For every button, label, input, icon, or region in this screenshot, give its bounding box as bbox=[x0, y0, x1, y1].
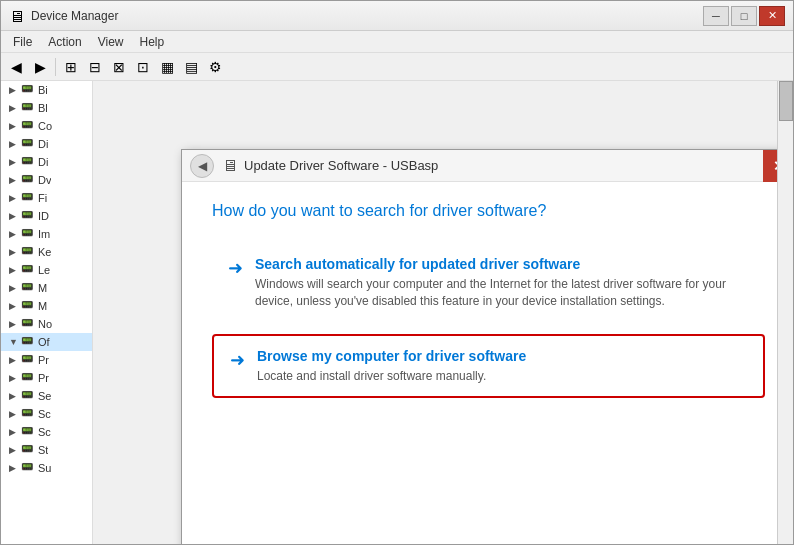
tree-arrow: ▶ bbox=[9, 121, 19, 131]
device-icon: 📟 bbox=[21, 245, 35, 259]
toolbar-btn-5[interactable]: ▦ bbox=[156, 56, 178, 78]
device-icon: 📟 bbox=[21, 227, 35, 241]
tree-item-pr1[interactable]: ▶ 📟 Pr bbox=[1, 351, 92, 369]
tree-label: Sc bbox=[38, 408, 51, 420]
window-title: Device Manager bbox=[31, 9, 118, 23]
tree-item-dv[interactable]: ▶ 📟 Dv bbox=[1, 171, 92, 189]
device-icon: 📟 bbox=[21, 281, 35, 295]
tree-label: Su bbox=[38, 462, 51, 474]
tree-label: Bi bbox=[38, 84, 48, 96]
tree-arrow: ▶ bbox=[9, 139, 19, 149]
main-window: 🖥 Device Manager ─ □ ✕ File Action View … bbox=[0, 0, 794, 545]
tree-label: Pr bbox=[38, 354, 49, 366]
device-icon: 📟 bbox=[21, 425, 35, 439]
tree-label: Ke bbox=[38, 246, 51, 258]
tree-arrow: ▶ bbox=[9, 265, 19, 275]
tree-item-sc1[interactable]: ▶ 📟 Sc bbox=[1, 405, 92, 423]
toolbar: ◀ ▶ ⊞ ⊟ ⊠ ⊡ ▦ ▤ ⚙ bbox=[1, 53, 793, 81]
option-title-manual: Browse my computer for driver software bbox=[257, 348, 747, 364]
toolbar-forward-btn[interactable]: ▶ bbox=[29, 56, 51, 78]
update-driver-dialog: ◀ 🖥 Update Driver Software - USBasp ✕ Ho… bbox=[181, 149, 793, 544]
tree-label: Sc bbox=[38, 426, 51, 438]
tree-label: Fi bbox=[38, 192, 47, 204]
tree-label: Di bbox=[38, 138, 48, 150]
toolbar-btn-3[interactable]: ⊠ bbox=[108, 56, 130, 78]
toolbar-btn-6[interactable]: ▤ bbox=[180, 56, 202, 78]
tree-item-fi[interactable]: ▶ 📟 Fi bbox=[1, 189, 92, 207]
tree-label: Of bbox=[38, 336, 50, 348]
tree-label: Pr bbox=[38, 372, 49, 384]
tree-label: Se bbox=[38, 390, 51, 402]
toolbar-btn-1[interactable]: ⊞ bbox=[60, 56, 82, 78]
minimize-button[interactable]: ─ bbox=[703, 6, 729, 26]
tree-item-m2[interactable]: ▶ 📟 M bbox=[1, 297, 92, 315]
option-auto-search[interactable]: ➜ Search automatically for updated drive… bbox=[212, 244, 765, 322]
tree-label: Dv bbox=[38, 174, 51, 186]
option-desc-auto: Windows will search your computer and th… bbox=[255, 276, 749, 310]
maximize-button[interactable]: □ bbox=[731, 6, 757, 26]
tree-item-pr2[interactable]: ▶ 📟 Pr bbox=[1, 369, 92, 387]
tree-arrow: ▼ bbox=[9, 337, 19, 347]
tree-item-of[interactable]: ▼ 📟 Of bbox=[1, 333, 92, 351]
tree-label: Bl bbox=[38, 102, 48, 114]
scrollbar-thumb[interactable] bbox=[779, 81, 793, 121]
tree-item-di2[interactable]: ▶ 📟 Di bbox=[1, 153, 92, 171]
toolbar-btn-7[interactable]: ⚙ bbox=[204, 56, 226, 78]
toolbar-btn-2[interactable]: ⊟ bbox=[84, 56, 106, 78]
toolbar-back-btn[interactable]: ◀ bbox=[5, 56, 27, 78]
dialog-back-button[interactable]: ◀ bbox=[190, 154, 214, 178]
device-icon: 📟 bbox=[21, 335, 35, 349]
tree-item-su[interactable]: ▶ 📟 Su bbox=[1, 459, 92, 477]
tree-item-bl[interactable]: ▶ 📟 Bl bbox=[1, 99, 92, 117]
option-text-manual: Browse my computer for driver software L… bbox=[257, 348, 747, 385]
device-icon: 📟 bbox=[21, 191, 35, 205]
menu-view[interactable]: View bbox=[90, 33, 132, 51]
tree-item-st[interactable]: ▶ 📟 St bbox=[1, 441, 92, 459]
tree-label: Im bbox=[38, 228, 50, 240]
menu-action[interactable]: Action bbox=[40, 33, 89, 51]
tree-label: M bbox=[38, 282, 47, 294]
tree-item-bi[interactable]: ▶ 📟 Bi bbox=[1, 81, 92, 99]
back-arrow-icon: ◀ bbox=[198, 159, 207, 173]
toolbar-separator-1 bbox=[55, 58, 56, 76]
device-tree-panel: ▶ 📟 Bi ▶ 📟 Bl ▶ 📟 Co ▶ 📟 Di ▶ 📟 bbox=[1, 81, 93, 544]
device-icon: 📟 bbox=[21, 407, 35, 421]
tree-arrow: ▶ bbox=[9, 445, 19, 455]
tree-item-im[interactable]: ▶ 📟 Im bbox=[1, 225, 92, 243]
tree-arrow: ▶ bbox=[9, 103, 19, 113]
dialog-title-text: Update Driver Software - USBasp bbox=[244, 158, 438, 173]
option-title-auto: Search automatically for updated driver … bbox=[255, 256, 749, 272]
tree-item-sc2[interactable]: ▶ 📟 Sc bbox=[1, 423, 92, 441]
device-icon: 📟 bbox=[21, 443, 35, 457]
device-icon: 📟 bbox=[21, 119, 35, 133]
tree-item-ke[interactable]: ▶ 📟 Ke bbox=[1, 243, 92, 261]
tree-item-co[interactable]: ▶ 📟 Co bbox=[1, 117, 92, 135]
title-bar-left: 🖥 Device Manager bbox=[9, 8, 118, 24]
tree-item-no[interactable]: ▶ 📟 No bbox=[1, 315, 92, 333]
content-area: ▶ 📟 Bi ▶ 📟 Bl ▶ 📟 Co ▶ 📟 Di ▶ 📟 bbox=[1, 81, 793, 544]
toolbar-btn-4[interactable]: ⊡ bbox=[132, 56, 154, 78]
tree-arrow: ▶ bbox=[9, 301, 19, 311]
option-arrow-icon: ➜ bbox=[228, 257, 243, 279]
tree-item-se[interactable]: ▶ 📟 Se bbox=[1, 387, 92, 405]
tree-label: Le bbox=[38, 264, 50, 276]
close-button[interactable]: ✕ bbox=[759, 6, 785, 26]
menu-help[interactable]: Help bbox=[132, 33, 173, 51]
device-icon: 📟 bbox=[21, 101, 35, 115]
tree-arrow: ▶ bbox=[9, 175, 19, 185]
tree-label: Co bbox=[38, 120, 52, 132]
tree-arrow: ▶ bbox=[9, 283, 19, 293]
tree-item-di1[interactable]: ▶ 📟 Di bbox=[1, 135, 92, 153]
tree-item-m1[interactable]: ▶ 📟 M bbox=[1, 279, 92, 297]
tree-arrow: ▶ bbox=[9, 319, 19, 329]
tree-item-le[interactable]: ▶ 📟 Le bbox=[1, 261, 92, 279]
menu-file[interactable]: File bbox=[5, 33, 40, 51]
device-icon: 📟 bbox=[21, 299, 35, 313]
right-panel: ◀ 🖥 Update Driver Software - USBasp ✕ Ho… bbox=[93, 81, 793, 544]
option-browse-manual[interactable]: ➜ Browse my computer for driver software… bbox=[212, 334, 765, 399]
option-text-auto: Search automatically for updated driver … bbox=[255, 256, 749, 310]
scrollbar-right[interactable] bbox=[777, 81, 793, 544]
tree-item-id[interactable]: ▶ 📟 ID bbox=[1, 207, 92, 225]
tree-arrow: ▶ bbox=[9, 427, 19, 437]
title-bar: 🖥 Device Manager ─ □ ✕ bbox=[1, 1, 793, 31]
